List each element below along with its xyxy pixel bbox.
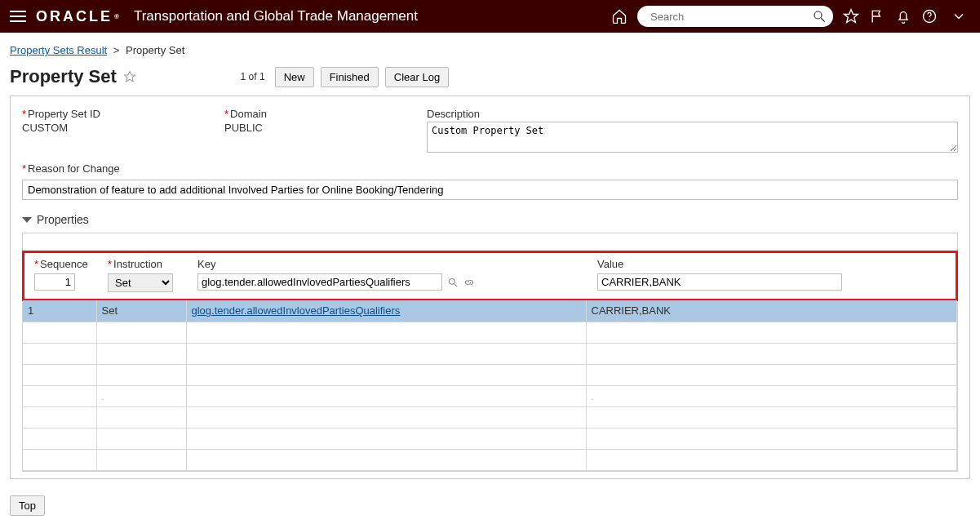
expand-header-button[interactable] xyxy=(947,5,970,28)
favorite-star-icon[interactable] xyxy=(123,70,136,83)
table-row-empty xyxy=(23,343,957,364)
link-icon[interactable] xyxy=(463,277,475,288)
instruction-select[interactable]: Set xyxy=(108,273,173,292)
table-row-empty xyxy=(23,428,957,449)
breadcrumb-current: Property Set xyxy=(126,44,184,56)
help-icon[interactable] xyxy=(921,8,938,24)
property-set-id-value: CUSTOM xyxy=(22,122,185,134)
top-button[interactable]: Top xyxy=(10,495,45,516)
app-title: Transportation and Global Trade Manageme… xyxy=(134,8,418,24)
field-description: Description xyxy=(427,108,958,153)
record-count: 1 of 1 xyxy=(241,71,265,82)
detail-panel: *Property Set ID CUSTOM *Domain PUBLIC D… xyxy=(10,95,970,479)
svg-point-6 xyxy=(449,278,455,284)
field-property-set-id: *Property Set ID CUSTOM xyxy=(22,108,185,153)
table-row-empty xyxy=(23,449,957,470)
svg-line-7 xyxy=(455,283,458,286)
sequence-input[interactable] xyxy=(34,273,75,291)
table-row-empty xyxy=(23,322,957,343)
chevron-down-icon xyxy=(951,8,967,24)
col-key-label: Key xyxy=(197,258,588,270)
description-input[interactable] xyxy=(427,122,958,153)
key-input[interactable] xyxy=(197,273,442,291)
svg-marker-5 xyxy=(124,71,135,82)
key-link[interactable]: glog.tender.allowedInvlovedPartiesQualif… xyxy=(192,304,401,317)
collapse-triangle-icon xyxy=(22,217,32,223)
finished-button[interactable]: Finished xyxy=(321,67,379,87)
home-icon[interactable] xyxy=(611,8,627,24)
svg-line-1 xyxy=(821,18,825,22)
lookup-icon[interactable] xyxy=(447,277,459,288)
table-row-empty xyxy=(23,406,957,428)
property-set-id-label: Property Set ID xyxy=(28,108,100,120)
breadcrumb: Property Sets Result > Property Set xyxy=(0,33,980,61)
page-title-row: Property Set 1 of 1 New Finished Clear L… xyxy=(0,61,980,95)
breadcrumb-separator: > xyxy=(113,44,120,56)
svg-point-4 xyxy=(929,20,929,20)
table-row[interactable]: 1Setglog.tender.allowedInvlovedPartiesQu… xyxy=(23,300,957,322)
domain-label: Domain xyxy=(230,108,267,120)
properties-section-title: Properties xyxy=(37,213,89,226)
svg-marker-2 xyxy=(845,10,858,23)
bell-icon[interactable] xyxy=(895,8,911,24)
value-input[interactable] xyxy=(597,273,842,291)
star-icon[interactable] xyxy=(843,8,859,24)
global-search[interactable] xyxy=(637,6,833,27)
description-label: Description xyxy=(427,108,958,120)
col-sequence-label: Sequence xyxy=(40,258,88,270)
col-value-label: Value xyxy=(597,258,946,270)
cell-key: glog.tender.allowedInvlovedPartiesQualif… xyxy=(186,300,586,322)
field-domain: *Domain PUBLIC xyxy=(224,108,388,153)
properties-grid: 1Setglog.tender.allowedInvlovedPartiesQu… xyxy=(23,300,957,471)
properties-section-toggle[interactable]: Properties xyxy=(22,213,958,226)
search-input[interactable] xyxy=(649,10,812,24)
reason-label: Reason for Change xyxy=(28,162,120,175)
reason-input[interactable] xyxy=(22,180,958,200)
svg-point-0 xyxy=(814,11,822,19)
page-title: Property Set xyxy=(10,66,117,87)
cell-instruction: Set xyxy=(96,300,186,322)
col-instruction-label: Instruction xyxy=(113,258,162,270)
table-row-empty xyxy=(23,364,957,385)
domain-value: PUBLIC xyxy=(224,122,388,134)
search-icon[interactable] xyxy=(812,9,827,24)
brand-logo: ORACLE® xyxy=(36,8,119,25)
flag-icon[interactable] xyxy=(869,8,885,24)
clear-log-button[interactable]: Clear Log xyxy=(385,67,449,87)
app-header: ORACLE® Transportation and Global Trade … xyxy=(0,0,980,33)
new-button[interactable]: New xyxy=(275,67,314,87)
header-icon-group xyxy=(611,6,938,27)
properties-edit-row: *Sequence *Instruction Set Key Value xyxy=(22,251,958,301)
breadcrumb-parent-link[interactable]: Property Sets Result xyxy=(10,44,107,56)
table-row-empty: .. xyxy=(23,385,957,406)
cell-sequence: 1 xyxy=(23,300,96,322)
page-footer: Top xyxy=(0,487,980,524)
menu-icon[interactable] xyxy=(10,11,26,22)
cell-value: CARRIER,BANK xyxy=(586,300,957,322)
properties-table: *Sequence *Instruction Set Key Value xyxy=(22,233,958,472)
table-toolbar-strip xyxy=(23,233,957,251)
